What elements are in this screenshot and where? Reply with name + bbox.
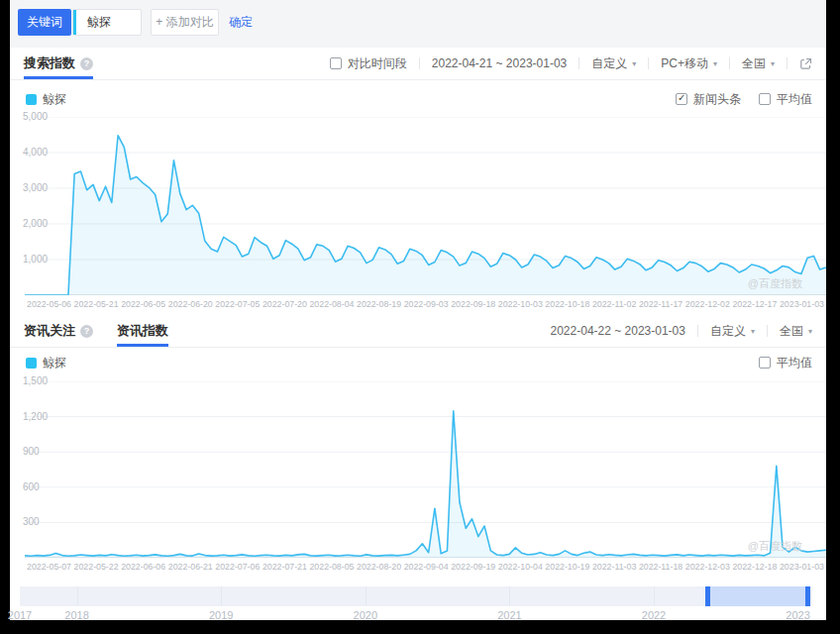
divider xyxy=(419,57,420,69)
tab-news-attention[interactable]: 资讯关注 ? xyxy=(24,315,93,347)
x-axis-tick-label: 2022-08-05 xyxy=(309,562,354,572)
checkbox-icon[interactable] xyxy=(759,93,771,105)
x-axis-tick-label: 2022-06-21 xyxy=(168,562,213,572)
help-icon[interactable]: ? xyxy=(80,57,93,70)
region-dropdown[interactable]: 全国 ▾ xyxy=(742,55,775,72)
x-axis-labels: 2022-05-062022-05-212022-06-052022-06-20… xyxy=(25,299,826,309)
x-axis-tick-label: 2022-09-04 xyxy=(404,562,449,572)
x-axis-tick-label: 2022-09-19 xyxy=(451,562,495,572)
keyword-toolbar: 关键词 鲸探 + 添加对比 确定 xyxy=(10,0,826,48)
x-axis-tick-label: 2022-08-19 xyxy=(357,299,401,309)
x-axis-tick-label: 2022-06-06 xyxy=(121,562,165,572)
search-index-chart[interactable]: 1,0002,0003,0004,0005,000 @百度指数 xyxy=(25,117,826,295)
time-range-slider: 2017201820192020202120222023 xyxy=(20,586,812,625)
x-axis-tick-label: 2022-06-20 xyxy=(168,299,213,309)
chevron-down-icon: ▾ xyxy=(771,59,775,68)
series-color-swatch xyxy=(26,94,37,105)
slider-tick xyxy=(654,586,655,606)
slider-tick xyxy=(509,586,510,606)
news-headlines-checkbox[interactable]: 新闻头条 xyxy=(676,91,741,108)
x-axis-tick-label: 2022-05-22 xyxy=(74,562,119,572)
external-link-icon[interactable] xyxy=(799,57,812,70)
divider xyxy=(767,325,768,337)
chevron-down-icon: ▾ xyxy=(808,327,812,336)
add-compare-button[interactable]: + 添加对比 xyxy=(151,9,219,36)
date-range-value[interactable]: 2022-04-22 ~ 2023-01-03 xyxy=(551,324,685,338)
compare-period-checkbox[interactable]: 对比时间段 xyxy=(330,55,407,72)
x-axis-tick-label: 2022-05-06 xyxy=(27,299,71,309)
custom-range-label: 自定义 xyxy=(591,55,627,72)
checkbox-icon[interactable] xyxy=(330,57,342,69)
keyword-input[interactable]: 鲸探 xyxy=(72,9,142,36)
y-axis-tick-label: 2,000 xyxy=(23,218,48,229)
baidu-index-page: 关键词 鲸探 + 添加对比 确定 搜索指数 ? 对比时间段 2022-0 xyxy=(10,0,826,620)
year-label: 2020 xyxy=(354,609,377,621)
custom-range-dropdown[interactable]: 自定义 ▾ xyxy=(710,323,755,340)
chevron-down-icon: ▾ xyxy=(632,59,636,68)
series-label: 鲸探 xyxy=(43,91,66,108)
x-axis-tick-label: 2022-11-02 xyxy=(592,299,636,309)
device-label: PC+移动 xyxy=(661,55,708,72)
average-label: 平均值 xyxy=(777,91,812,108)
x-axis-tick-label: 2022-09-18 xyxy=(451,299,495,309)
y-axis-tick-label: 1,500 xyxy=(23,375,48,386)
x-axis-tick-label: 2022-10-04 xyxy=(498,562,543,572)
divider xyxy=(578,57,579,69)
x-axis-tick-label: 2022-07-06 xyxy=(215,562,260,572)
x-axis-tick-label: 2022-09-03 xyxy=(404,299,449,309)
news-index-chart-block: 3006009001,2001,500 @百度指数 2022-05-072022… xyxy=(25,381,826,572)
slider-handle-left[interactable] xyxy=(705,586,710,606)
checkbox-icon[interactable] xyxy=(676,93,687,105)
help-icon[interactable]: ? xyxy=(80,325,93,338)
news-attention-title: 资讯关注 xyxy=(24,322,75,340)
y-axis-tick-label: 900 xyxy=(23,446,40,457)
news-index-chart[interactable]: 3006009001,2001,500 @百度指数 xyxy=(25,381,826,558)
x-axis-tick-label: 2022-07-21 xyxy=(262,562,307,572)
tab-search-index[interactable]: 搜索指数 ? xyxy=(24,48,93,79)
x-axis-tick-label: 2022-06-05 xyxy=(121,299,165,309)
y-axis-tick-label: 5,000 xyxy=(23,111,48,122)
chevron-down-icon: ▾ xyxy=(751,327,755,336)
y-axis-tick-label: 4,000 xyxy=(23,147,48,158)
average-checkbox[interactable]: 平均值 xyxy=(759,91,812,108)
x-axis-tick-label: 2022-12-02 xyxy=(685,299,730,309)
search-index-chart-block: 1,0002,0003,0004,0005,000 @百度指数 2022-05-… xyxy=(25,117,826,309)
x-axis-tick-label: 2022-11-03 xyxy=(592,562,636,572)
divider xyxy=(787,57,788,69)
year-label: 2022 xyxy=(642,609,666,621)
slider-selection[interactable] xyxy=(705,586,810,606)
keyword-label-button[interactable]: 关键词 xyxy=(18,9,71,36)
year-label: 2023 xyxy=(786,609,809,621)
year-label: 2021 xyxy=(497,609,521,621)
slider-tick xyxy=(221,586,222,606)
average-checkbox[interactable]: 平均值 xyxy=(759,355,812,371)
x-axis-tick-label: 2022-12-03 xyxy=(685,562,730,572)
tab-news-index[interactable]: 资讯指数 xyxy=(117,315,168,347)
x-axis-tick-label: 2022-11-18 xyxy=(639,562,682,572)
custom-range-dropdown[interactable]: 自定义 ▾ xyxy=(591,55,636,72)
index-card: 搜索指数 ? 对比时间段 2022-04-21 ~ 2023-01-03 自定义… xyxy=(10,48,826,620)
confirm-button[interactable]: 确定 xyxy=(229,9,253,36)
news-chart-legend: 鲸探 平均值 xyxy=(26,353,812,372)
slider-handle-right[interactable] xyxy=(805,586,810,606)
x-axis-tick-label: 2022-12-17 xyxy=(732,299,777,309)
date-range-value[interactable]: 2022-04-21 ~ 2023-01-03 xyxy=(432,56,567,70)
search-index-header: 搜索指数 ? 对比时间段 2022-04-21 ~ 2023-01-03 自定义… xyxy=(10,48,826,80)
divider xyxy=(729,57,730,69)
x-axis-tick-label: 2022-07-05 xyxy=(215,299,260,309)
compare-period-label: 对比时间段 xyxy=(348,55,407,72)
x-axis-tick-label: 2022-05-21 xyxy=(74,299,119,309)
x-axis-tick-label: 2022-10-03 xyxy=(498,299,543,309)
device-dropdown[interactable]: PC+移动 ▾ xyxy=(661,55,717,72)
slider-year-labels: 2017201820192020202120222023 xyxy=(20,609,812,625)
checkbox-icon[interactable] xyxy=(759,357,771,369)
slider-track[interactable] xyxy=(20,586,812,606)
x-axis-tick-label: 2022-05-07 xyxy=(27,562,71,572)
series-color-swatch xyxy=(26,358,37,369)
x-axis-tick-label: 2022-12-18 xyxy=(732,562,777,572)
keyword-value: 鲸探 xyxy=(76,14,111,31)
news-index-title: 资讯指数 xyxy=(117,322,168,340)
divider xyxy=(697,325,698,337)
year-label: 2018 xyxy=(64,609,88,621)
region-dropdown[interactable]: 全国 ▾ xyxy=(780,323,812,340)
